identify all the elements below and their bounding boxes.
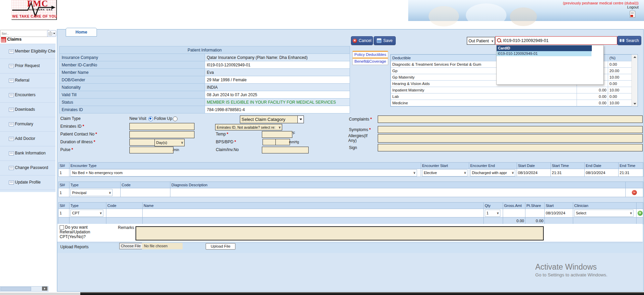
tab-policy-deductibles[interactable]: Policy Deductibles (352, 51, 388, 58)
eligibility-status: MEMBER IS ELIGIBLE IN YOUR FACILITY FOR … (205, 99, 350, 106)
new-visit-radio[interactable] (148, 117, 153, 121)
cpt-type-select[interactable]: CPT∨ (70, 210, 103, 217)
sidebar-filter-input[interactable] (0, 30, 49, 37)
cpt-clinician-select[interactable]: Select∨ (574, 210, 633, 217)
bps-unit: mmHg (289, 140, 299, 144)
scrollbar-thumb[interactable] (1, 287, 31, 291)
temp-input[interactable] (262, 131, 292, 138)
diagnosis-code-cell[interactable] (121, 188, 170, 197)
patient-type-select[interactable]: Out Patient ∨ (467, 37, 495, 45)
emirates-id-input[interactable] (129, 123, 194, 130)
sidebar-item-member-eligibility[interactable]: Member Eligibility Che (0, 44, 56, 59)
tab-benefit-coverage[interactable]: Benefit&Coverage (352, 58, 388, 65)
cpt-gross-total: 0.00 (503, 217, 525, 224)
table-row: 1 CPT∨ 1∨ 08/10/2024 Select∨ + (59, 209, 643, 217)
encounter-end-select[interactable]: Discharged with appr∨ (470, 169, 515, 176)
card-search-box (495, 36, 617, 45)
patient-contact-input[interactable] (129, 131, 194, 138)
pulse-input[interactable] (129, 147, 173, 153)
bpd-input[interactable] (275, 139, 290, 145)
cpt-qty-select[interactable]: 1∨ (485, 210, 500, 217)
cpt-name-cell[interactable] (143, 209, 484, 217)
tab-home[interactable]: Home (66, 28, 97, 37)
cancel-button[interactable]: ✕ Cancel (351, 36, 373, 45)
emirates-reason-select[interactable]: Emirates ID, Not available? select re: ∨ (215, 124, 282, 130)
chevron-down-icon: ∨ (629, 211, 633, 215)
scroll-down-arrow[interactable] (632, 101, 638, 106)
claim-category-select[interactable]: Select Claim Catagory (240, 115, 304, 123)
chevron-down-icon: ∨ (511, 171, 515, 174)
chevron-down-icon: ∨ (496, 211, 500, 215)
claim-inv-input[interactable] (262, 147, 309, 153)
allergies-input[interactable] (378, 134, 643, 143)
duration-unit-select[interactable]: Day(s) ∨ (154, 139, 185, 146)
patient-info-title: Patient Information (60, 46, 350, 54)
table-row: StatusMEMBER IS ELIGIBLE IN YOUR FACILIT… (60, 99, 350, 106)
sidebar-item-bank-information[interactable]: Bank Information (0, 146, 56, 161)
add-row-icon[interactable]: + (638, 211, 643, 216)
previously-note: (previously peshawar medical centre (dub… (563, 1, 639, 5)
sidebar-item-add-doctor[interactable]: Add Doctor (0, 131, 56, 146)
sidebar-item-formulary[interactable]: Formulary (0, 117, 56, 132)
chevron-down-icon: ∨ (463, 171, 467, 174)
table-row: 1 Principal∨ – (59, 188, 643, 197)
encounter-start-select[interactable]: Elective∨ (422, 169, 468, 176)
sidebar-item-prior-request[interactable]: Prior Request (0, 59, 56, 73)
scrollbar-right-arrow[interactable] (42, 287, 47, 291)
diagnosis-type-select[interactable]: Principal∨ (70, 189, 112, 196)
sign-input[interactable] (378, 144, 643, 151)
sidebar-item-referral[interactable]: Referral (0, 73, 56, 88)
table-row: Medicine0.0010.00 (391, 100, 638, 106)
sidebar-item-update-profile[interactable]: Update Profile (0, 175, 56, 190)
pdf-icon[interactable] (630, 11, 635, 18)
chevron-down-icon (297, 116, 304, 123)
card-search-input[interactable] (502, 38, 617, 43)
sidebar-item-downloads[interactable]: Downloads (0, 102, 56, 117)
table-row: Member ID-CardNoI019-010-120092949-01 (60, 61, 350, 69)
diagnosis-description-cell[interactable] (170, 188, 626, 197)
symptoms-input[interactable] (378, 126, 643, 133)
temp-label: Temp* (216, 132, 228, 136)
encounter-start-time: 21:31 (551, 169, 585, 177)
cpt-gross-cell (503, 209, 525, 217)
referral-checkbox[interactable] (60, 225, 64, 230)
delete-row-icon[interactable]: – (632, 190, 637, 195)
form-icon (9, 122, 14, 126)
remarks-label: Remarks (118, 225, 134, 230)
duration-input[interactable] (129, 139, 155, 146)
bps-input[interactable] (263, 139, 276, 145)
gear-icon (48, 31, 53, 36)
cardid-dropdown: CardID I019-010-120092949-01 (496, 45, 604, 85)
upload-file-button[interactable]: Upload File (206, 243, 235, 250)
cpt-ptshare-cell (525, 209, 545, 217)
encounter-type-select[interactable]: No Bed + No emergency room∨ (70, 169, 417, 176)
form-icon (9, 79, 14, 83)
chevron-down-icon: ∨ (412, 171, 417, 174)
search-button[interactable]: Search (617, 36, 641, 45)
logo-tagline: WE TAKE CARE OF YOU (12, 14, 57, 18)
table-row: Emirates ID784-1998-8788581-4 (60, 106, 350, 113)
cardid-dropdown-header: CardID (497, 45, 592, 51)
claim-type-label: Claim Type (60, 116, 81, 121)
scroll-up-arrow[interactable] (632, 55, 638, 60)
cpt-start-date: 08/10/2024 (545, 209, 573, 217)
deductibles-scrollbar[interactable] (631, 55, 638, 106)
logout-link[interactable]: Logout (627, 5, 639, 9)
cardid-dropdown-item[interactable]: I019-010-120092949-01 (497, 51, 591, 56)
claim-inv-label: Claim/Inv.No (216, 147, 239, 152)
sidebar-gear-button[interactable] (47, 30, 56, 37)
cpt-totals-row: 0.00 0.00 (59, 217, 643, 224)
save-disk-icon (377, 38, 381, 43)
table-row: Insurance CompanyQatar Insurance Company… (60, 54, 350, 61)
complaints-input[interactable] (378, 115, 643, 123)
table-header-row: Sl# Type Code Name Qty Gross.Amt Pt.Shar… (59, 203, 643, 209)
remarks-textarea[interactable] (136, 226, 544, 240)
choose-file-button[interactable]: Choose File (119, 243, 142, 249)
sidebar-item-encounters[interactable]: Encounters (0, 88, 56, 103)
save-button[interactable]: Save (374, 36, 396, 45)
follow-up-radio[interactable] (173, 117, 178, 121)
claims-grid-icon (1, 37, 6, 42)
sidebar-item-change-password[interactable]: Change Password (0, 161, 56, 175)
cpt-code-cell[interactable] (106, 209, 143, 217)
sidebar-horizontal-scrollbar[interactable] (0, 286, 48, 292)
